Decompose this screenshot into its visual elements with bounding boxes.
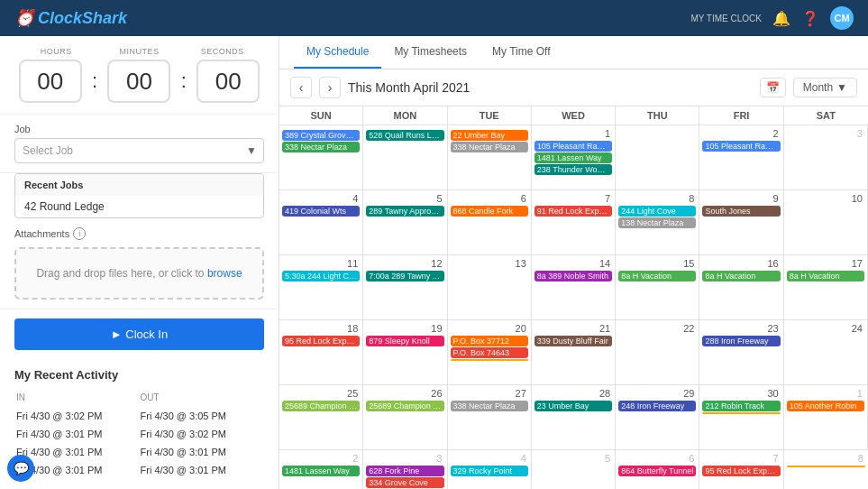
- activity-out-time: Fri 4/30 @ 3:01 PM: [141, 462, 263, 478]
- header-right: MY TIME CLOCK 🔔 ❓ CM: [690, 6, 854, 30]
- tab-my-schedule[interactable]: My Schedule: [294, 36, 381, 69]
- calendar-cell: 27338 Nectar Plaza: [448, 385, 532, 450]
- cell-date: 7: [535, 193, 612, 204]
- calendar-event[interactable]: 879 Sleepy Knoll: [366, 336, 443, 346]
- calendar-event[interactable]: 7:00a 289 Tawny Approach: [366, 271, 443, 281]
- calendar-cell: 3: [784, 125, 868, 190]
- cell-date: 15: [618, 258, 696, 269]
- next-month-button[interactable]: ›: [319, 77, 341, 98]
- cell-date: 8: [618, 193, 696, 204]
- prev-month-button[interactable]: ‹: [290, 77, 312, 98]
- tab-my-timesheets[interactable]: My Timesheets: [381, 36, 480, 69]
- activity-section: My Recent Activity IN OUT Fri 4/30 @ 3:0…: [0, 359, 279, 489]
- activity-out-time: Fri 4/30 @ 3:02 PM: [141, 426, 263, 442]
- calendar-event[interactable]: 329 Rocky Point: [451, 466, 528, 476]
- calendar-cell: 178a H Vacation: [784, 255, 868, 320]
- calendar-event[interactable]: 105 Pleasant Ranch Port: [702, 141, 780, 152]
- drop-zone[interactable]: Drag and drop files here, or click to br…: [14, 247, 264, 300]
- calendar-event[interactable]: 1481 Lassen Way: [535, 152, 612, 163]
- calendar-event[interactable]: 419 Colonial Wts: [282, 206, 360, 217]
- calendar-event[interactable]: 5:30a 244 Light Cove: [282, 271, 360, 281]
- calendar-event[interactable]: 338 Nectar Plaza: [282, 142, 360, 152]
- month-view-button[interactable]: Month ▼: [793, 78, 857, 97]
- calendar-event[interactable]: 338 Nectar Plaza: [451, 142, 528, 152]
- calendar-title: This Month April 2021: [348, 80, 470, 95]
- cell-date: 16: [702, 258, 780, 269]
- calendar-event[interactable]: 25689 Champion Rd: [282, 401, 360, 411]
- cell-date: 29: [618, 388, 696, 399]
- activity-in-time: Fri 4/30 @ 3:02 PM: [16, 408, 139, 424]
- avatar[interactable]: CM: [830, 6, 854, 30]
- calendar-event[interactable]: [702, 412, 780, 414]
- calendar-event[interactable]: 868 Candle Fork: [451, 206, 528, 217]
- calendar-event[interactable]: 244 Light Cove: [618, 206, 696, 217]
- calendar-event[interactable]: 528 Quail Runs Lane: [366, 130, 443, 141]
- calendar-event[interactable]: 338 Nectar Plaza: [451, 401, 528, 411]
- activity-out-time: Fri 4/30 @ 3:01 PM: [141, 444, 263, 460]
- calendar-event[interactable]: 23 Umber Bay: [535, 401, 612, 411]
- bell-icon[interactable]: 🔔: [772, 10, 790, 27]
- activity-in-time: Fri 4/30 @ 3:01 PM: [16, 462, 139, 478]
- calendar-event[interactable]: 628 Fork Pine: [366, 466, 443, 476]
- calendar-event[interactable]: 22 Umber Bay: [451, 130, 528, 141]
- calendar-event[interactable]: 95 Red Lock Expressway: [282, 336, 360, 346]
- job-select[interactable]: Select Job: [14, 138, 264, 163]
- calendar-cell: 2823 Umber Bay: [532, 385, 616, 450]
- clockin-button[interactable]: ► Clock In: [14, 318, 264, 350]
- chat-bubble[interactable]: 💬: [7, 455, 34, 482]
- calendar-cell: 6868 Candle Fork: [448, 190, 532, 255]
- calendar-event[interactable]: 389 Crystal Grove Tunnel: [282, 130, 360, 141]
- calendar-event[interactable]: 212 Robin Track: [702, 401, 780, 411]
- activity-row: Fri 4/30 @ 3:01 PMFri 4/30 @ 3:02 PM: [16, 426, 262, 442]
- calendar-event[interactable]: 248 Iron Freeway: [618, 401, 696, 411]
- calendar-header: ‹ › This Month April 2021 📅 Month ▼: [279, 69, 868, 106]
- job-section: Job Select Job ▼: [0, 115, 279, 173]
- calendar-event[interactable]: 238 Thunder Woods: [535, 164, 612, 175]
- calendar-event[interactable]: 864 Butterfly Tunnel: [618, 466, 696, 476]
- dropdown-item-42[interactable]: 42 Round Ledge: [15, 196, 263, 217]
- calendar-event[interactable]: [787, 466, 865, 467]
- calendar-event[interactable]: 8a H Vacation: [702, 271, 780, 281]
- calendar-event[interactable]: 8a H Vacation: [787, 271, 864, 281]
- calendar-cell: 1105 Another Robin: [784, 385, 868, 450]
- calendar-cell: 13: [448, 255, 532, 320]
- calendar-event[interactable]: 1481 Lassen Way: [282, 466, 360, 476]
- cell-date: 5: [535, 453, 612, 464]
- calendar-event[interactable]: 339 Dusty Bluff Fair: [535, 336, 612, 346]
- calendar-event[interactable]: [451, 359, 528, 361]
- calendar-event[interactable]: P.O. Box 37712: [451, 336, 528, 346]
- cell-date: 10: [787, 193, 864, 204]
- calendar-event[interactable]: P.O. Box 74643: [451, 347, 528, 358]
- calendar-event[interactable]: 288 Iron Freeway: [702, 336, 780, 346]
- help-icon[interactable]: ❓: [801, 10, 819, 27]
- calendar-event[interactable]: 105 Another Robin: [787, 401, 864, 411]
- calendar-event[interactable]: 91 Red Lock Expressway: [535, 206, 612, 217]
- colon-2: :: [179, 69, 188, 93]
- day-header-sat: SAT: [784, 106, 868, 125]
- calendar-cell: 20P.O. Box 37712P.O. Box 74643: [448, 320, 532, 385]
- calendar-weeks: 389 Crystal Grove Tunnel338 Nectar Plaza…: [279, 125, 868, 489]
- calendar-event[interactable]: South Jones: [702, 206, 780, 217]
- calendar-cell: 24: [784, 320, 868, 385]
- calendar-cell: 5: [532, 450, 616, 489]
- calendar-event[interactable]: 289 Tawny Approach: [366, 206, 443, 217]
- calendar-cell: 30212 Robin Track: [699, 385, 783, 450]
- calendar-event[interactable]: 105 Pleasant Ranch Port: [535, 141, 612, 152]
- cell-date: 21: [535, 323, 612, 334]
- calendar-cell: 115:30a 244 Light Cove: [279, 255, 363, 320]
- hours-label: HOURS: [14, 47, 97, 56]
- calendar-cell: 23288 Iron Freeway: [699, 320, 783, 385]
- calendar-cell: 168a H Vacation: [699, 255, 783, 320]
- my-time-clock-link[interactable]: MY TIME CLOCK: [690, 14, 762, 23]
- calendar-event[interactable]: 8a H Vacation: [618, 271, 696, 281]
- calendar-event[interactable]: 138 Nectar Plaza: [618, 217, 696, 228]
- browse-link[interactable]: browse: [207, 267, 242, 280]
- calendar-event[interactable]: 95 Red Lock Expressway: [702, 466, 780, 476]
- cell-date: 22: [618, 323, 696, 334]
- calendar-event[interactable]: 334 Grove Cove: [366, 477, 443, 488]
- calendar-icon-button[interactable]: 📅: [760, 78, 786, 97]
- activity-row: Fri 4/30 @ 3:01 PMFri 4/30 @ 3:01 PM: [16, 462, 262, 478]
- tab-my-time-off[interactable]: My Time Off: [480, 36, 562, 69]
- calendar-event[interactable]: 8a 389 Noble Smith: [535, 271, 612, 281]
- calendar-event[interactable]: 25689 Champion Rd: [366, 401, 443, 411]
